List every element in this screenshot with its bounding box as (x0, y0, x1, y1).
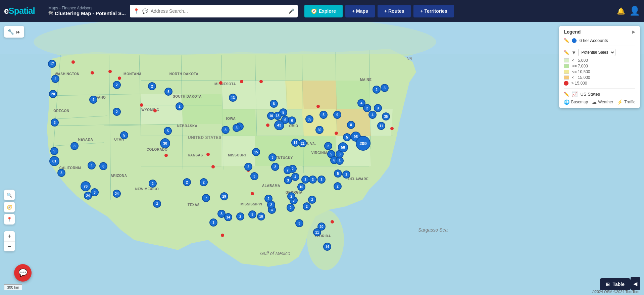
red-dot[interactable] (206, 153, 210, 156)
cluster[interactable]: 6 (288, 116, 296, 125)
cluster[interactable]: 14 (323, 243, 331, 251)
cluster[interactable]: 5 (120, 131, 128, 139)
chat-button[interactable]: 💬 (14, 264, 32, 282)
cluster[interactable]: 209 (356, 136, 370, 151)
cluster[interactable]: 24 (84, 192, 92, 200)
legend-collapse-button[interactable]: ▶ (632, 30, 635, 34)
cluster[interactable]: 14 (224, 213, 232, 221)
red-dot[interactable] (140, 103, 143, 107)
red-dot[interactable] (251, 192, 254, 195)
cluster[interactable]: 4 (88, 161, 96, 169)
red-dot[interactable] (219, 81, 222, 85)
cluster[interactable]: 2 (183, 178, 191, 186)
red-dot[interactable] (91, 71, 94, 75)
cluster[interactable]: 2 (271, 163, 279, 171)
maps-button[interactable]: + Maps (345, 5, 375, 17)
red-dot[interactable] (259, 80, 263, 83)
bell-icon[interactable]: 🔔 (617, 7, 625, 15)
cluster[interactable]: 13 (229, 94, 237, 102)
cluster[interactable]: 3 (250, 172, 258, 180)
cluster[interactable]: 30 (160, 138, 170, 148)
cluster[interactable]: 3 (51, 118, 59, 127)
cluster[interactable]: 8 (347, 121, 355, 129)
compass-btn[interactable]: 🧭 (4, 202, 15, 212)
cluster[interactable]: 2 (287, 192, 295, 200)
search-bar[interactable]: 📍 💬 🎤 (130, 5, 298, 17)
cluster[interactable]: 2 (324, 142, 332, 150)
cluster[interactable]: 81 (49, 156, 59, 166)
cluster[interactable]: 2 (303, 202, 311, 210)
red-dot[interactable] (211, 165, 215, 168)
cluster[interactable]: 10 (297, 183, 305, 191)
cluster[interactable]: 3 (284, 176, 292, 184)
user-avatar[interactable]: 👤 (629, 6, 640, 16)
cluster[interactable]: 58 (338, 142, 348, 152)
map-container[interactable]: WASHINGTON OREGON CALIFORNIA NEVADA IDAH… (0, 22, 644, 295)
logo[interactable]: eSpatial (4, 6, 44, 16)
red-dot[interactable] (240, 80, 243, 83)
zoom-out-button[interactable]: − (4, 241, 15, 251)
cluster[interactable]: 9 (333, 111, 341, 119)
cluster[interactable]: 17 (48, 60, 56, 68)
cluster[interactable]: 35 (305, 115, 313, 123)
basemap-control[interactable]: 🌐 Basemap (564, 99, 588, 105)
cluster[interactable]: 8 (99, 162, 107, 170)
cluster[interactable]: 43 (274, 120, 284, 130)
cluster[interactable]: 3 (374, 104, 382, 112)
legend-triangle-icon[interactable]: ▼ (571, 50, 576, 55)
cluster[interactable]: 29 (220, 192, 228, 200)
cluster[interactable]: 2 (287, 204, 295, 212)
traffic-control[interactable]: ⚡ Traffic (617, 99, 635, 105)
cluster[interactable]: 8 (270, 100, 278, 108)
cluster[interactable]: 2 (373, 86, 381, 94)
red-dot[interactable] (221, 234, 224, 237)
cluster[interactable]: 6 (336, 157, 344, 165)
cluster[interactable]: 7 (202, 194, 210, 202)
cluster[interactable]: 18 (274, 112, 282, 120)
cluster[interactable]: 76 (81, 181, 91, 191)
red-dot[interactable] (153, 109, 157, 112)
zoom-region-btn[interactable]: 🔍 (4, 190, 15, 200)
cluster[interactable]: 3 (57, 169, 65, 177)
cluster[interactable]: 7 (284, 166, 292, 174)
cluster[interactable]: 11 (313, 228, 321, 236)
cluster[interactable]: 2 (176, 102, 184, 110)
cluster[interactable]: 3 (268, 153, 277, 161)
cluster[interactable]: 14 (291, 139, 299, 147)
cluster[interactable]: 3 (209, 218, 217, 227)
cluster[interactable]: 4 (368, 111, 377, 119)
routes-button[interactable]: + Routes (378, 5, 411, 17)
cluster[interactable]: 5 (343, 133, 351, 141)
cluster[interactable]: 5 (164, 88, 172, 96)
cluster[interactable]: 2 (244, 163, 252, 171)
cluster[interactable]: 30 (315, 126, 324, 134)
cluster[interactable]: 10 (257, 212, 265, 220)
weather-control[interactable]: ☁ Weather (592, 99, 613, 105)
table-button[interactable]: ⊞ Table (600, 278, 631, 290)
legend-choropleth-select[interactable]: Potential Sales (578, 49, 615, 56)
cluster[interactable]: 9 (50, 147, 58, 155)
red-dot[interactable] (390, 127, 394, 130)
cluster[interactable]: 3 (153, 200, 161, 208)
red-dot[interactable] (266, 124, 269, 127)
cluster[interactable]: 2 (267, 201, 275, 209)
red-dot[interactable] (316, 105, 320, 108)
explore-button[interactable]: 🧭 Explore (304, 5, 343, 17)
red-dot[interactable] (331, 220, 334, 224)
red-dot[interactable] (108, 70, 112, 73)
cluster[interactable]: 8 (221, 126, 230, 134)
cluster[interactable]: 5 (319, 111, 328, 119)
cluster[interactable]: 20 (49, 90, 57, 98)
cluster[interactable]: 3 (308, 196, 316, 204)
collapse-map-button[interactable]: ◀ (631, 277, 640, 290)
cluster[interactable]: 15 (252, 148, 260, 156)
cluster[interactable]: 2 (113, 108, 121, 116)
cluster[interactable]: 2 (334, 182, 342, 190)
cluster[interactable]: 11 (377, 122, 385, 130)
cluster[interactable]: 3 (381, 84, 389, 92)
cluster[interactable]: 5 (164, 127, 172, 135)
location-btn[interactable]: 📍 (4, 214, 15, 225)
cluster[interactable]: 21 (299, 139, 307, 147)
wrench-icon[interactable]: 🔧 (7, 29, 14, 35)
cluster[interactable]: 3 (301, 176, 309, 184)
